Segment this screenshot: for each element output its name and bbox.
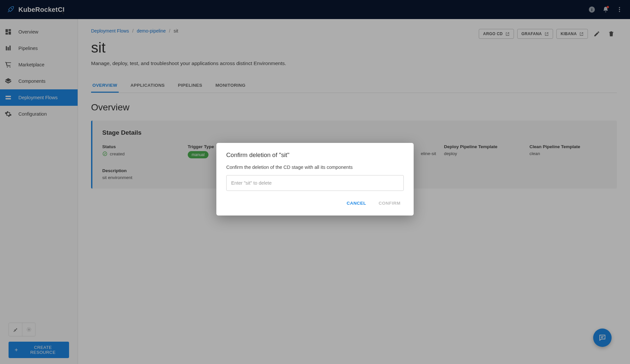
cancel-button[interactable]: CANCEL	[343, 198, 369, 208]
dialog-title: Confirm deletion of "sit"	[226, 151, 404, 159]
dialog-text: Confirm the deletion of the CD stage wit…	[226, 165, 404, 170]
modal-overlay[interactable]: Confirm deletion of "sit" Confirm the de…	[0, 0, 630, 364]
confirm-name-input[interactable]	[226, 175, 404, 191]
confirm-button[interactable]: CONFIRM	[376, 198, 404, 208]
confirm-delete-dialog: Confirm deletion of "sit" Confirm the de…	[216, 143, 414, 216]
